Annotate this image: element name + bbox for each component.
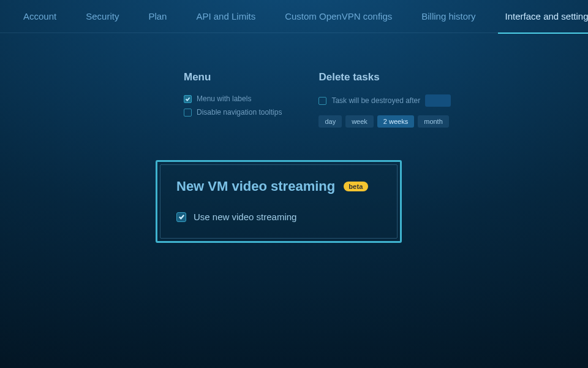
checkbox-icon [184,109,192,117]
vm-streaming-panel: New VM video streaming beta Use new vide… [156,160,402,243]
checkbox-icon [184,95,192,103]
destroy-period-pills: day week 2 weeks month [318,115,451,128]
use-new-streaming-option[interactable]: Use new video streaming [176,212,381,222]
vm-streaming-title: New VM video streaming [176,178,335,194]
destroy-after-row: Task will be destroyed after [318,94,451,107]
menu-section: Menu Menu with labels Disable navigation… [184,71,282,128]
checkbox-icon [176,212,186,222]
disable-tooltips-option-label: Disable navigation tooltips [197,108,282,117]
tab-plan[interactable]: Plan [134,0,181,33]
tab-account[interactable]: Account [9,0,71,33]
delete-tasks-section: Delete tasks Task will be destroyed afte… [318,71,451,128]
settings-tabs: Account Security Plan API and Limits Cus… [0,0,588,33]
settings-content: Menu Menu with labels Disable navigation… [0,33,588,128]
beta-badge: beta [344,182,368,191]
tab-api-limits[interactable]: API and Limits [181,0,270,33]
tab-interface-settings[interactable]: Interface and settings [491,0,588,33]
delete-tasks-title: Delete tasks [318,71,451,83]
pill-month[interactable]: month [418,115,449,128]
pill-day[interactable]: day [318,115,342,128]
menu-labels-option[interactable]: Menu with labels [184,94,282,103]
checkbox-icon[interactable] [318,97,326,105]
pill-2weeks[interactable]: 2 weeks [377,115,414,128]
pill-week[interactable]: week [345,115,374,128]
destroy-after-label: Task will be destroyed after [331,96,420,105]
destroy-after-input[interactable] [425,94,451,107]
use-new-streaming-label: Use new video streaming [194,212,296,222]
menu-labels-option-label: Menu with labels [197,94,251,103]
disable-tooltips-option[interactable]: Disable navigation tooltips [184,108,282,117]
menu-section-title: Menu [184,71,282,83]
tab-security[interactable]: Security [71,0,134,33]
tab-billing[interactable]: Billing history [407,0,490,33]
tab-openvpn[interactable]: Custom OpenVPN configs [270,0,407,33]
